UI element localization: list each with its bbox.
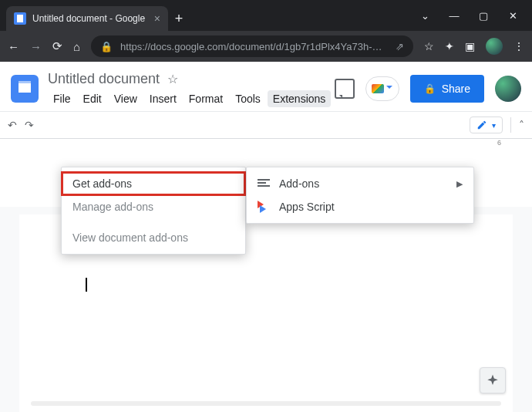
ruler-mark: 6 [497, 139, 501, 147]
share-label: Share [442, 83, 470, 95]
menu-insert[interactable]: Insert [144, 90, 182, 107]
explore-star-icon [486, 373, 500, 387]
tabs-icon[interactable]: ▣ [465, 40, 475, 52]
address-bar[interactable]: 🔒 https://docs.google.com/document/d/1gb… [91, 35, 413, 57]
menu-edit[interactable]: Edit [78, 90, 107, 107]
bookmark-star-icon[interactable]: ☆ [424, 40, 434, 52]
menu-extensions[interactable]: Extensions [268, 90, 331, 107]
back-icon[interactable]: ← [8, 40, 19, 53]
meet-button[interactable] [365, 76, 399, 101]
extensions-dropdown: Get add-ons Manage add-ons View document… [61, 167, 246, 255]
submenu-item-label: Add-ons [279, 177, 319, 190]
header-actions: 🔒 Share [335, 75, 521, 103]
chevron-down-icon[interactable]: ⌄ [419, 10, 430, 22]
menu-file[interactable]: File [48, 90, 76, 107]
lock-icon: 🔒 [100, 41, 113, 52]
apps-script-icon [258, 201, 270, 213]
lock-icon: 🔒 [424, 83, 436, 94]
pencil-icon [476, 120, 487, 130]
menu-item-label: View document add-ons [72, 231, 188, 244]
submenu-arrow-icon: ▶ [456, 179, 463, 189]
maximize-icon[interactable]: ▢ [478, 10, 489, 22]
menu-item-view-document-addons[interactable]: View document add-ons [62, 226, 245, 249]
docs-logo-icon[interactable] [11, 75, 39, 103]
forward-icon[interactable]: → [30, 40, 42, 53]
extensions-submenu: Add-ons ▶ Apps Script [246, 167, 474, 224]
undo-icon[interactable]: ↶ [8, 119, 17, 131]
submenu-item-label: Apps Script [279, 201, 335, 213]
extensions-puzzle-icon[interactable]: ✦ [445, 40, 454, 52]
docs-favicon-icon [14, 12, 26, 25]
reload-icon[interactable]: ⟳ [52, 39, 62, 53]
new-tab-button[interactable]: + [168, 6, 190, 31]
star-icon[interactable]: ☆ [167, 72, 178, 86]
tab-title: Untitled document - Google Doc [32, 13, 148, 24]
menu-bar: File Edit View Insert Format Tools Exten… [48, 90, 331, 107]
comments-icon[interactable] [335, 79, 355, 99]
collapse-icon[interactable]: ˄ [519, 119, 524, 131]
menu-format[interactable]: Format [184, 90, 228, 107]
share-url-icon[interactable]: ⇗ [396, 41, 404, 52]
menu-item-label: Manage add-ons [72, 201, 153, 213]
caret-down-icon [386, 86, 392, 92]
minimize-icon[interactable]: — [449, 10, 460, 22]
url-text: https://docs.google.com/document/d/1gb7r… [120, 41, 382, 52]
browser-titlebar: Untitled document - Google Doc × + ⌄ — ▢… [0, 0, 532, 31]
horizontal-scrollbar[interactable] [31, 401, 501, 406]
close-window-icon[interactable]: ✕ [507, 10, 518, 22]
browser-toolbar: ← → ⟳ ⌂ 🔒 https://docs.google.com/docume… [0, 31, 532, 62]
window-controls: ⌄ — ▢ ✕ [419, 0, 532, 31]
document-title[interactable]: Untitled document [48, 71, 160, 87]
account-avatar[interactable] [495, 76, 521, 102]
menu-item-label: Get add-ons [72, 177, 132, 190]
meet-camera-icon [372, 84, 384, 93]
browser-tab[interactable]: Untitled document - Google Doc × [6, 6, 168, 31]
tab-close-icon[interactable]: × [154, 12, 160, 25]
caret-down-icon: ▾ [492, 121, 496, 130]
submenu-item-addons[interactable]: Add-ons ▶ [247, 172, 473, 195]
google-docs-app: Untitled document ☆ File Edit View Inser… [0, 62, 532, 412]
redo-icon[interactable]: ↷ [25, 119, 34, 131]
browser-profile-avatar[interactable] [486, 38, 503, 55]
share-button[interactable]: 🔒 Share [410, 75, 484, 103]
docs-toolbar: ↶ ↷ ▾ ˄ [0, 111, 532, 139]
editing-mode-button[interactable]: ▾ [470, 117, 503, 133]
explore-button[interactable] [480, 367, 506, 393]
ruler[interactable]: 6 [0, 139, 532, 153]
menu-item-manage-addons[interactable]: Manage add-ons [62, 195, 245, 218]
browser-menu-icon[interactable]: ⋮ [513, 40, 524, 52]
submenu-item-apps-script[interactable]: Apps Script [247, 195, 473, 218]
docs-header: Untitled document ☆ File Edit View Inser… [0, 62, 532, 111]
menu-view[interactable]: View [109, 90, 143, 107]
menu-tools[interactable]: Tools [230, 90, 266, 107]
text-cursor [86, 278, 87, 292]
menu-item-get-addons[interactable]: Get add-ons [62, 172, 245, 195]
home-icon[interactable]: ⌂ [73, 40, 80, 53]
addons-icon [258, 179, 270, 188]
